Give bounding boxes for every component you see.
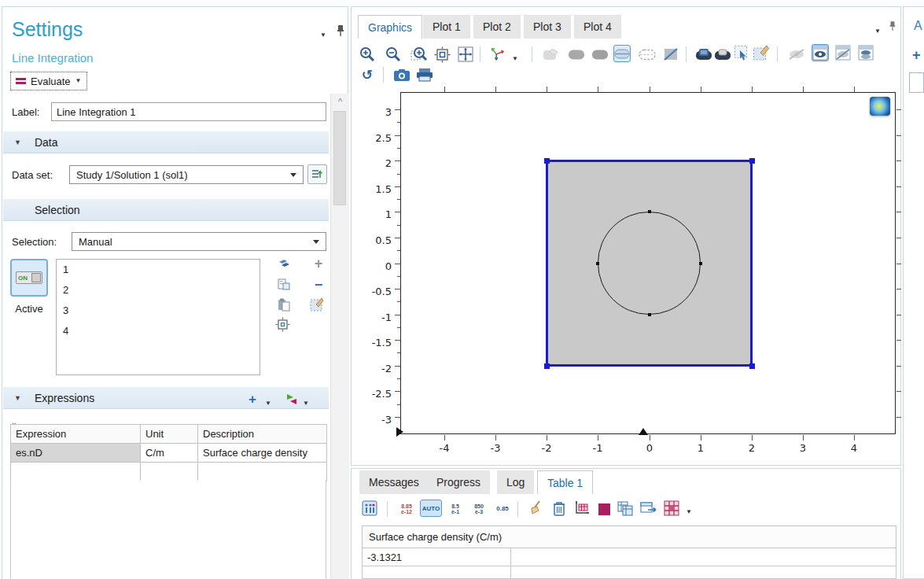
evaluate-caret-icon[interactable]: ▼ (75, 78, 82, 84)
scrollbar-thumb[interactable] (333, 111, 346, 205)
tab-graphics[interactable]: Graphics (358, 15, 422, 39)
scroll-up-arrow-icon[interactable]: ^ (331, 94, 349, 106)
select-box-icon[interactable] (734, 45, 751, 62)
zoom-out-icon[interactable] (385, 46, 402, 63)
graphics-pin-icon[interactable] (889, 20, 896, 31)
panel-menu-caret-icon[interactable]: ▼ (320, 28, 326, 39)
results-empty-row[interactable] (362, 566, 511, 579)
table-format-caret-icon[interactable]: ▼ (686, 504, 692, 516)
export-table-icon[interactable] (639, 500, 657, 517)
selection-dropdown[interactable]: Manual (72, 232, 326, 251)
expressions-section-header[interactable]: ▼ Expressions (3, 387, 329, 409)
zoom-box-icon[interactable] (410, 46, 427, 63)
delete-table-icon[interactable] (550, 500, 568, 517)
clear-selection-button[interactable] (309, 297, 325, 312)
table-row[interactable]: es.nD C/m Surface charge density (11, 444, 327, 463)
chevron-down-icon (290, 173, 296, 177)
tab-messages[interactable]: Messages (359, 470, 429, 494)
tab-plot-4[interactable]: Plot 4 (574, 15, 621, 39)
col-header-unit[interactable]: Unit (141, 425, 198, 444)
tab-plot-1[interactable]: Plot 1 (423, 15, 470, 39)
label-field-label: Label: (12, 106, 39, 118)
table-format-icon[interactable] (663, 500, 680, 517)
engineering-notation-icon[interactable]: 850e-3 (469, 500, 489, 518)
tab-table-1[interactable]: Table 1 (537, 470, 593, 494)
copy-table-icon[interactable] (617, 500, 634, 517)
environment-light-icon[interactable] (714, 46, 731, 63)
switch-knob (31, 273, 41, 282)
plot-table-icon[interactable] (573, 500, 591, 517)
graphics-menu-caret-icon[interactable]: ▼ (874, 24, 881, 35)
tab-progress[interactable]: Progress (427, 470, 490, 494)
no-render-mode-icon[interactable] (662, 46, 679, 63)
evaluate-button[interactable]: Evaluate ▼ (10, 72, 87, 90)
scientific-notation-icon[interactable]: 8.5e-1 (445, 500, 466, 518)
clear-graphics-selection-icon[interactable] (753, 45, 770, 62)
zoom-in-icon[interactable] (359, 46, 376, 63)
print-icon[interactable] (416, 66, 433, 83)
list-item[interactable]: 3 (57, 301, 260, 321)
results-empty-row[interactable] (511, 566, 896, 579)
right-panel-add-icon[interactable]: + (912, 47, 921, 64)
clipboard-icon[interactable] (276, 297, 292, 312)
decimal-notation-icon[interactable]: 0.85 (492, 500, 513, 518)
add-expression-button[interactable]: + (248, 392, 256, 408)
add-selection-button[interactable]: + (311, 256, 326, 271)
solid-mode-icon[interactable] (591, 46, 609, 63)
label-input[interactable] (51, 102, 326, 121)
selection-listbox[interactable]: 1 2 3 4 (56, 259, 260, 375)
view-all-icon[interactable] (857, 44, 874, 61)
color-swatch-icon[interactable] (595, 500, 613, 518)
undo-icon[interactable]: ↺ (359, 66, 376, 83)
full-precision-icon[interactable]: 8.85e-12 (396, 500, 417, 518)
table-row[interactable] (11, 463, 327, 481)
add-expression-caret-icon[interactable]: ▼ (265, 396, 271, 408)
expressions-table[interactable]: Expression Unit Description es.nD C/m Su… (10, 424, 327, 481)
view-orientation-icon[interactable] (489, 45, 506, 62)
col-header-expression[interactable]: Expression (11, 425, 141, 444)
tab-plot-2[interactable]: Plot 2 (473, 15, 521, 39)
col-header-description[interactable]: Description (198, 425, 327, 444)
dataset-dropdown[interactable]: Study 1/Solution 1 (sol1) (69, 165, 304, 184)
unit-cell (141, 463, 198, 481)
collapse-triangle-icon: ▼ (14, 138, 21, 146)
view-hidden-icon[interactable] (834, 44, 852, 61)
orientation-caret-icon[interactable]: ▼ (512, 51, 518, 63)
plot-canvas[interactable] (400, 92, 896, 434)
table-settings-icon[interactable] (361, 500, 378, 517)
auto-notation-button[interactable]: AUTO (420, 500, 442, 517)
zoom-extents-icon[interactable] (433, 46, 451, 63)
results-table-header[interactable]: Surface charge density (C/m) (362, 526, 896, 548)
list-item[interactable]: 1 (57, 260, 260, 280)
pin-icon[interactable] (336, 24, 345, 37)
surface-mode-icon[interactable] (568, 46, 585, 63)
active-label: Active (10, 303, 48, 315)
copy-selection-icon[interactable] (276, 256, 292, 271)
scene-light-icon[interactable] (695, 46, 712, 63)
switch-dataset-button[interactable] (307, 164, 327, 184)
tab-log[interactable]: Log (497, 470, 534, 494)
right-panel-field[interactable] (909, 72, 924, 93)
remove-selection-button[interactable]: − (311, 277, 326, 293)
results-empty-cell[interactable] (511, 548, 896, 566)
outline-mode-icon[interactable] (639, 46, 656, 63)
selection-label: Selection: (12, 236, 57, 248)
paste-selection-icon[interactable] (276, 277, 292, 293)
list-item[interactable]: 4 (57, 321, 260, 341)
draw-mode-icon[interactable] (543, 46, 560, 63)
results-value-cell[interactable]: -3.1321 (362, 548, 511, 566)
active-toggle-button[interactable]: ON (10, 259, 48, 297)
pan-icon[interactable] (457, 46, 474, 63)
hide-objects-icon[interactable] (788, 46, 805, 63)
view-unhidden-icon[interactable] (812, 44, 829, 61)
snapshot-icon[interactable] (393, 66, 410, 83)
evaluate-flash-icon[interactable] (285, 393, 298, 405)
evaluate-flash-caret-icon[interactable]: ▼ (303, 396, 309, 408)
tab-plot-3[interactable]: Plot 3 (524, 15, 571, 39)
data-section-header[interactable]: ▼ Data (3, 131, 329, 153)
expressions-table-body (10, 481, 326, 579)
list-item[interactable]: 2 (57, 280, 260, 301)
clear-table-icon[interactable] (527, 500, 544, 517)
zoom-to-selection-icon[interactable] (274, 316, 290, 332)
wireframe-mode-icon[interactable] (613, 45, 631, 62)
